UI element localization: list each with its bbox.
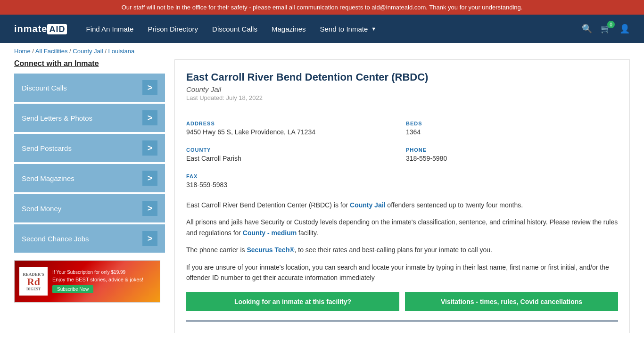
visitations-button[interactable]: Visitations - times, rules, Covid cancel…: [405, 292, 618, 311]
search-button[interactable]: 🔍: [582, 24, 592, 34]
fax-value: 318-559-5983: [186, 181, 398, 189]
main-content: Connect with an Inmate Discount Calls > …: [0, 59, 644, 347]
search-icon: 🔍: [582, 24, 592, 33]
nav-prison-directory[interactable]: Prison Directory: [148, 25, 198, 33]
beds-block: BEDS 1364: [406, 119, 618, 138]
logo[interactable]: inmateAID: [14, 24, 67, 34]
facility-desc4: If you are unsure of your inmate's locat…: [186, 262, 618, 283]
sidebar-send-money[interactable]: Send Money >: [14, 194, 165, 222]
facility-desc3: The phone carrier is Securus Tech®, to s…: [186, 245, 618, 255]
fax-label: FAX: [186, 173, 398, 179]
facility-desc2: All prisons and jails have Security or C…: [186, 217, 618, 238]
phone-value: 318-559-5980: [406, 155, 618, 162]
ad-text: If Your Subscription for only $19.99 Enj…: [52, 270, 147, 293]
address-label: ADDRESS: [186, 121, 398, 126]
county-jail-link[interactable]: County Jail: [350, 201, 385, 209]
chevron-icon: >: [142, 201, 157, 216]
ad-promo: If Your Subscription for only $19.99: [52, 270, 143, 275]
breadcrumb: Home / All Facilities / County Jail / Lo…: [0, 43, 644, 59]
user-button[interactable]: 👤: [619, 24, 630, 34]
address-block: ADDRESS 9450 Hwy 65 S, Lake Providence, …: [186, 119, 398, 138]
chevron-icon: >: [142, 231, 157, 246]
sidebar-second-chance-jobs[interactable]: Second Chance Jobs >: [14, 224, 165, 253]
breadcrumb-all-facilities[interactable]: All Facilities: [35, 48, 68, 55]
facility-updated: Last Updated: July 18, 2022: [186, 94, 618, 101]
find-inmate-facility-button[interactable]: Looking for an inmate at this facility?: [186, 292, 399, 311]
beds-label: BEDS: [406, 121, 618, 126]
ad-desc: Enjoy the BEST stories, advice & jokes!: [52, 277, 143, 282]
action-buttons: Looking for an inmate at this facility? …: [186, 292, 618, 311]
ad-content: READER'S Rd DIGEST If Your Subscription …: [15, 261, 160, 302]
securus-tech-link[interactable]: Securus Tech®: [247, 246, 294, 254]
sidebar-send-postcards[interactable]: Send Postcards >: [14, 134, 165, 162]
phone-block: PHONE 318-559-5980: [406, 145, 618, 164]
chevron-down-icon: ▼: [371, 26, 376, 32]
fax-block: FAX 318-559-5983: [186, 172, 398, 190]
facility-type: County Jail: [186, 85, 618, 93]
cart-button[interactable]: 🛒 0: [601, 24, 611, 34]
sidebar: Connect with an Inmate Discount Calls > …: [14, 59, 165, 333]
navbar-links: Find An Inmate Prison Directory Discount…: [86, 25, 582, 33]
beds-value: 1364: [406, 128, 618, 136]
chevron-icon: >: [142, 80, 157, 95]
navbar: inmateAID Find An Inmate Prison Director…: [0, 15, 644, 43]
bottom-divider: [186, 321, 618, 321]
sidebar-title: Connect with an Inmate: [14, 59, 165, 68]
nav-discount-calls[interactable]: Discount Calls: [212, 25, 257, 33]
logo-aid: AID: [47, 24, 67, 34]
sidebar-send-letters[interactable]: Send Letters & Photos >: [14, 104, 165, 132]
user-icon: 👤: [619, 24, 630, 33]
sidebar-discount-calls[interactable]: Discount Calls >: [14, 74, 165, 102]
sidebar-send-magazines[interactable]: Send Magazines >: [14, 164, 165, 192]
breadcrumb-home[interactable]: Home: [14, 48, 31, 55]
nav-magazines[interactable]: Magazines: [272, 25, 306, 33]
breadcrumb-louisiana[interactable]: Louisiana: [108, 48, 134, 55]
ad-subscribe-button[interactable]: Subscribe Now: [52, 285, 93, 293]
nav-send-to-inmate[interactable]: Send to Inmate ▼: [320, 25, 377, 33]
facility-card: East Carroll River Bend Detention Center…: [174, 59, 630, 333]
phone-label: PHONE: [406, 147, 618, 153]
breadcrumb-county-jail[interactable]: County Jail: [73, 48, 103, 55]
nav-find-inmate[interactable]: Find An Inmate: [86, 25, 133, 33]
address-value: 9450 Hwy 65 S, Lake Providence, LA 71234: [186, 128, 398, 136]
facility-info-grid: ADDRESS 9450 Hwy 65 S, Lake Providence, …: [186, 111, 618, 190]
county-label: COUNTY: [186, 147, 398, 153]
chevron-icon: >: [142, 110, 157, 125]
chevron-icon: >: [142, 140, 157, 156]
county-value: East Carroll Parish: [186, 155, 398, 162]
ad-logo: READER'S Rd DIGEST: [19, 267, 48, 296]
cart-badge: 0: [607, 21, 615, 28]
chevron-icon: >: [142, 171, 157, 186]
logo-text: inmateAID: [14, 24, 67, 34]
alert-banner: Our staff will not be in the office for …: [0, 0, 644, 15]
content-area: East Carroll River Bend Detention Center…: [174, 59, 630, 333]
facility-title: East Carroll River Bend Detention Center…: [186, 71, 618, 83]
navbar-icons: 🔍 🛒 0 👤: [582, 24, 630, 34]
county-block: COUNTY East Carroll Parish: [186, 145, 398, 164]
facility-desc1: East Carroll River Bend Detention Center…: [186, 200, 618, 210]
sidebar-ad[interactable]: READER'S Rd DIGEST If Your Subscription …: [14, 260, 160, 303]
county-medium-link[interactable]: County - medium: [243, 229, 297, 237]
alert-message: Our staff will not be in the office for …: [122, 4, 523, 11]
logo-inmate: inmate: [14, 24, 47, 34]
